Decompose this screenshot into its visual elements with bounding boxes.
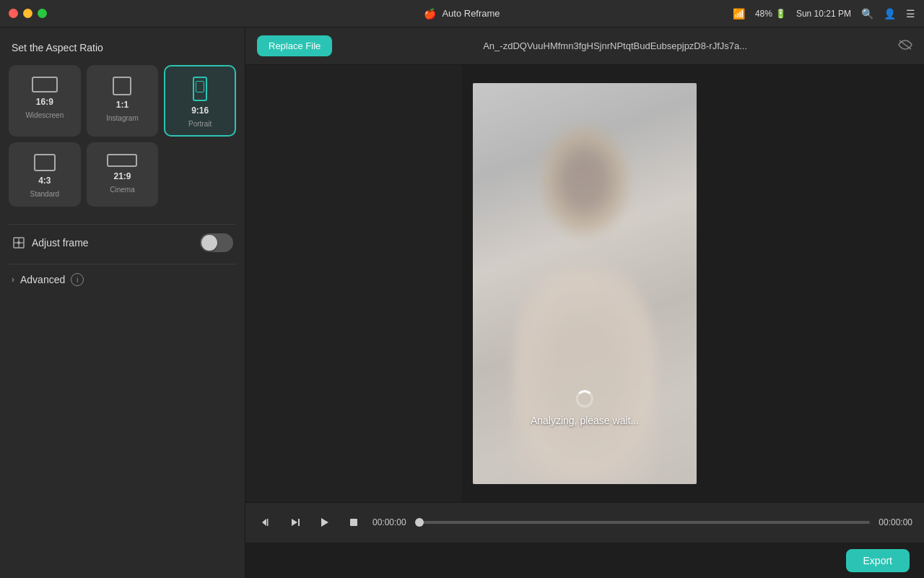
battery-info: 48% 🔋 (755, 9, 786, 19)
titlebar-center: 🍎 Auto Reframe (424, 8, 500, 20)
ratio-sublabel-16-9: Widescreen (25, 111, 64, 119)
play-button[interactable] (315, 512, 335, 532)
adjust-frame-row: Adjust frame (9, 228, 236, 258)
divider-1 (9, 224, 236, 225)
ratio-sublabel-9-16: Portrait (188, 120, 212, 128)
close-button[interactable] (9, 9, 18, 18)
search-icon[interactable]: 🔍 (861, 8, 873, 20)
ratio-label-16-9: 16:9 (36, 97, 53, 107)
toggle-knob (201, 235, 217, 251)
time-total-label: 00:00:00 (879, 517, 912, 527)
export-bar: Export (245, 542, 924, 578)
export-button[interactable]: Export (846, 549, 910, 572)
aspect-ratio-grid-row1: 16:9 Widescreen 1:1 Instagram 9:16 Portr… (9, 65, 236, 137)
ratio-icon-4-3 (34, 154, 56, 171)
ratio-label-4-3: 4:3 (38, 176, 51, 186)
info-icon[interactable]: i (71, 273, 84, 286)
divider-2 (9, 264, 236, 264)
avatar-icon[interactable]: 👤 (884, 8, 896, 20)
progress-track[interactable] (415, 521, 871, 524)
ratio-icon-16-9 (32, 77, 58, 92)
app-title: Auto Reframe (442, 8, 500, 19)
time-current-label: 00:00:00 (372, 517, 406, 527)
loading-spinner (576, 390, 593, 407)
ratio-card-21-9[interactable]: 21:9 Cinema (87, 142, 159, 207)
advanced-row[interactable]: › Advanced i (9, 267, 236, 292)
svg-rect-10 (350, 519, 357, 526)
ratio-sublabel-21-9: Cinema (110, 186, 134, 194)
aspect-ratio-grid-row2: 4:3 Standard 21:9 Cinema (9, 142, 236, 207)
video-area: Analyzing, please wait... (245, 65, 924, 502)
filename-label: An_-zdDQVuuHMfmn3fgHSjnrNPtqtBudEubsepjp… (344, 40, 886, 51)
chevron-right-icon: › (12, 275, 14, 285)
titlebar-right: 📶 48% 🔋 Sun 10:21 PM 🔍 👤 ☰ (733, 8, 915, 20)
adjust-frame-icon (12, 236, 26, 250)
replace-file-button[interactable]: Replace File (257, 35, 332, 56)
svg-point-3 (17, 241, 20, 244)
stop-button[interactable] (344, 512, 364, 532)
wifi-icon: 📶 (733, 8, 745, 20)
traffic-lights (9, 9, 47, 18)
ratio-card-1-1[interactable]: 1:1 Instagram (87, 65, 159, 137)
apple-logo-icon: 🍎 (424, 8, 436, 20)
ratio-sublabel-1-1: Instagram (106, 114, 138, 122)
ratio-sublabel-4-3: Standard (30, 190, 60, 198)
svg-marker-7 (292, 519, 297, 526)
analyzing-text: Analyzing, please wait... (531, 415, 639, 426)
video-left-bg (245, 65, 462, 502)
battery-pct-label: 48% (755, 9, 772, 19)
video-frame: Analyzing, please wait... (473, 83, 697, 484)
content-area: Replace File An_-zdDQVuuHMfmn3fgHSjnrNPt… (245, 27, 924, 578)
progress-handle[interactable] (415, 518, 424, 527)
ratio-label-1-1: 1:1 (116, 100, 128, 110)
eye-slash-icon[interactable] (898, 40, 912, 53)
playback-bar: 00:00:00 00:00:00 (245, 502, 924, 542)
step-forward-button[interactable] (286, 512, 306, 532)
titlebar: 🍎 Auto Reframe 📶 48% 🔋 Sun 10:21 PM 🔍 👤 … (0, 0, 924, 27)
svg-marker-9 (321, 518, 328, 527)
maximize-button[interactable] (38, 9, 47, 18)
ratio-card-4-3[interactable]: 4:3 Standard (9, 142, 81, 207)
battery-icon: 🔋 (775, 9, 786, 19)
main-container: Set the Aspect Ratio 16:9 Widescreen 1:1… (0, 27, 924, 578)
content-topbar: Replace File An_-zdDQVuuHMfmn3fgHSjnrNPt… (245, 27, 924, 65)
ratio-label-21-9: 21:9 (113, 171, 131, 181)
ratio-icon-9-16 (193, 77, 207, 101)
svg-rect-6 (267, 519, 269, 526)
adjust-frame-label: Adjust frame (32, 237, 89, 249)
svg-marker-5 (262, 519, 266, 526)
rewind-button[interactable] (257, 512, 277, 532)
advanced-label: Advanced (20, 274, 65, 285)
ratio-icon-21-9 (107, 154, 137, 167)
ratio-icon-1-1 (113, 77, 131, 95)
ratio-label-9-16: 9:16 (191, 105, 209, 116)
ratio-card-16-9[interactable]: 16:9 Widescreen (9, 65, 81, 137)
menu-icon[interactable]: ☰ (906, 8, 915, 20)
adjust-frame-left: Adjust frame (12, 236, 89, 250)
ratio-card-9-16[interactable]: 9:16 Portrait (164, 65, 236, 137)
analyzing-overlay: Analyzing, please wait... (531, 390, 639, 426)
clock-label: Sun 10:21 PM (796, 9, 851, 19)
minimize-button[interactable] (23, 9, 32, 18)
aspect-ratio-title: Set the Aspect Ratio (9, 42, 236, 53)
sidebar: Set the Aspect Ratio 16:9 Widescreen 1:1… (0, 27, 245, 578)
svg-rect-8 (298, 519, 300, 526)
adjust-frame-toggle[interactable] (200, 233, 233, 252)
